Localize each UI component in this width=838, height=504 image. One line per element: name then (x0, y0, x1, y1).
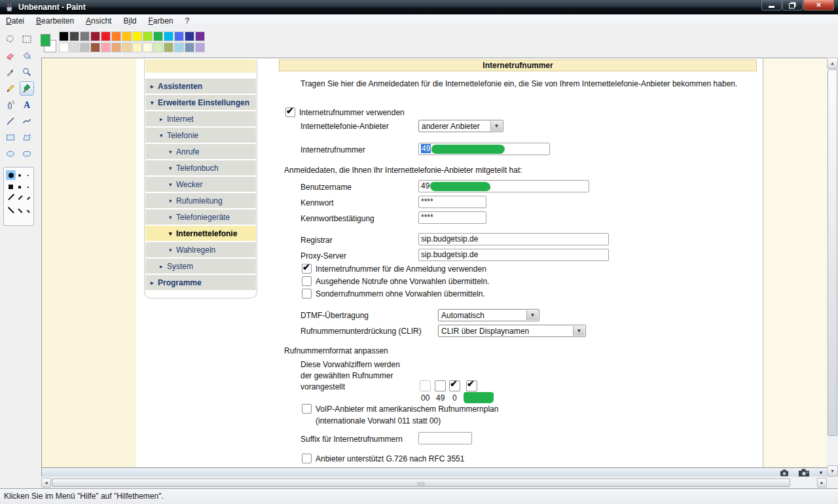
sidebar-item-telefonbuch[interactable]: ▾Telefonbuch (145, 160, 256, 175)
ellipse-tool-icon[interactable] (3, 147, 18, 161)
palette-color-swatch[interactable] (195, 31, 205, 41)
sidebar-item-rufumleitung[interactable]: ▾Rufumleitung (145, 193, 256, 208)
curve-tool-icon[interactable] (20, 114, 34, 128)
menu-datei[interactable]: Datei (0, 15, 30, 27)
number-input[interactable]: 49 (418, 143, 550, 155)
vertical-scroll-thumb[interactable] (828, 69, 837, 436)
rounded-rectangle-tool-icon[interactable] (20, 147, 34, 161)
palette-color-swatch[interactable] (122, 31, 132, 41)
scroll-up-button[interactable]: ▲ (827, 58, 838, 69)
prefix-checkbox-area-code[interactable] (466, 380, 477, 391)
fill-tool-icon[interactable] (20, 48, 34, 63)
sidebar-item-internet[interactable]: ▸Internet (145, 111, 256, 126)
palette-color-swatch[interactable] (153, 43, 163, 52)
palette-color-swatch[interactable] (101, 31, 111, 41)
horizontal-scroll-thumb[interactable] (52, 478, 790, 487)
prefix-checkbox-0[interactable] (449, 380, 460, 391)
line-tool-icon[interactable] (3, 114, 18, 128)
palette-color-swatch[interactable] (132, 31, 142, 41)
chevron-down-icon[interactable]: ▼ (573, 326, 585, 336)
proxy-input[interactable]: sip.budgetsip.de (418, 249, 609, 261)
palette-color-swatch[interactable] (143, 43, 153, 52)
voip-us-plan-checkbox[interactable] (302, 404, 312, 414)
palette-color-swatch[interactable] (69, 31, 79, 41)
sidebar-item-wecker[interactable]: ▾Wecker (145, 177, 256, 192)
provider-dropdown[interactable]: anderer Anbieter ▼ (418, 120, 503, 132)
chevron-down-icon[interactable]: ▼ (490, 121, 502, 131)
menu-ansicht[interactable]: Ansicht (80, 15, 117, 27)
sidebar-item-anrufe[interactable]: ▾Anrufe (145, 144, 256, 159)
palette-color-swatch[interactable] (174, 31, 184, 41)
palette-color-swatch[interactable] (122, 43, 132, 52)
sidebar-item-assistenten[interactable]: ▸Assistenten (145, 79, 256, 94)
password-confirm-input[interactable]: **** (418, 211, 486, 224)
palette-color-swatch[interactable] (174, 43, 184, 52)
palette-color-swatch[interactable] (101, 43, 111, 52)
menu-bild[interactable]: Bild (117, 15, 142, 27)
eraser-tool-icon[interactable] (3, 48, 18, 63)
palette-color-swatch[interactable] (111, 43, 121, 52)
clir-dropdown[interactable]: CLIR über Displaynamen ▼ (438, 325, 586, 337)
username-input[interactable]: 49 (418, 180, 589, 192)
horizontal-scrollbar[interactable]: ◄ ► (41, 478, 827, 488)
select-tool-icon[interactable] (20, 32, 34, 46)
vertical-scrollbar[interactable]: ▲ ▼ (827, 58, 838, 477)
palette-color-swatch[interactable] (164, 43, 173, 52)
menu-help[interactable]: ? (179, 15, 196, 27)
palette-color-swatch[interactable] (143, 31, 153, 41)
palette-color-swatch[interactable] (59, 31, 69, 41)
dtmf-dropdown[interactable]: Automatisch ▼ (438, 309, 539, 321)
prefix-checkbox-49[interactable] (435, 380, 446, 391)
scroll-right-button[interactable]: ► (817, 478, 827, 488)
g726-checkbox[interactable] (302, 454, 312, 463)
palette-color-swatch[interactable] (111, 31, 121, 41)
palette-color-swatch[interactable] (195, 43, 205, 52)
sidebar-item-programme[interactable]: ▸Programme (145, 275, 256, 290)
suffix-input[interactable] (418, 432, 472, 444)
emergency-calls-checkbox[interactable] (302, 276, 312, 286)
palette-color-swatch[interactable] (69, 43, 79, 52)
palette-color-swatch[interactable] (80, 31, 90, 41)
sidebar-item-internettelefonie[interactable]: ▾Internettelefonie (145, 226, 256, 241)
brush-size-options[interactable] (3, 167, 34, 226)
palette-color-swatch[interactable] (164, 31, 173, 41)
palette-color-swatch[interactable] (59, 43, 69, 52)
close-button[interactable]: ✕ (803, 0, 834, 10)
palette-color-swatch[interactable] (90, 31, 100, 41)
sidebar-item-erweiterte-einstellungen[interactable]: ▾Erweiterte Einstellungen (145, 95, 256, 110)
palette-color-swatch[interactable] (132, 43, 142, 52)
rectangle-tool-icon[interactable] (3, 130, 18, 145)
password-input[interactable]: **** (418, 196, 486, 208)
sidebar-item-telefonie[interactable]: ▾Telefonie (145, 128, 256, 143)
sidebar-item-system[interactable]: ▸System (145, 259, 256, 274)
use-number-for-login-checkbox[interactable] (302, 264, 312, 274)
text-tool-icon[interactable]: A (20, 98, 34, 112)
free-form-select-tool-icon[interactable] (3, 32, 18, 46)
pencil-tool-icon[interactable] (3, 81, 18, 96)
palette-color-swatch[interactable] (185, 43, 194, 52)
prefix-checkbox-00[interactable] (420, 380, 431, 391)
scroll-down-button[interactable]: ▼ (827, 465, 838, 477)
use-number-checkbox[interactable] (285, 107, 295, 117)
palette-color-swatch[interactable] (185, 31, 194, 41)
minimize-button[interactable] (761, 0, 782, 10)
menu-bearbeiten[interactable]: Bearbeiten (30, 15, 80, 27)
restore-button[interactable] (782, 0, 803, 10)
chevron-down-icon[interactable]: ▼ (526, 310, 538, 320)
color-picker-tool-icon[interactable] (3, 65, 18, 79)
scroll-left-button[interactable]: ◄ (41, 478, 51, 488)
palette-color-swatch[interactable] (90, 43, 100, 52)
special-numbers-checkbox[interactable] (302, 289, 312, 298)
magnifier-tool-icon[interactable] (20, 65, 34, 79)
color-toolbar (0, 27, 838, 58)
sidebar-item-wahlregeln[interactable]: ▾Wahlregeln (145, 242, 256, 257)
registrar-input[interactable]: sip.budgetsip.de (418, 233, 609, 245)
paint-canvas[interactable]: ▸Assistenten ▾Erweiterte Einstellungen ▸… (41, 58, 827, 477)
sidebar-item-telefoniegeraete[interactable]: ▾Telefoniegeräte (145, 209, 256, 225)
palette-color-swatch[interactable] (153, 31, 163, 41)
menu-farben[interactable]: Farben (143, 15, 179, 27)
polygon-tool-icon[interactable] (20, 130, 34, 145)
brush-tool-icon[interactable] (20, 81, 34, 96)
palette-color-swatch[interactable] (80, 43, 90, 52)
airbrush-tool-icon[interactable] (3, 98, 18, 112)
